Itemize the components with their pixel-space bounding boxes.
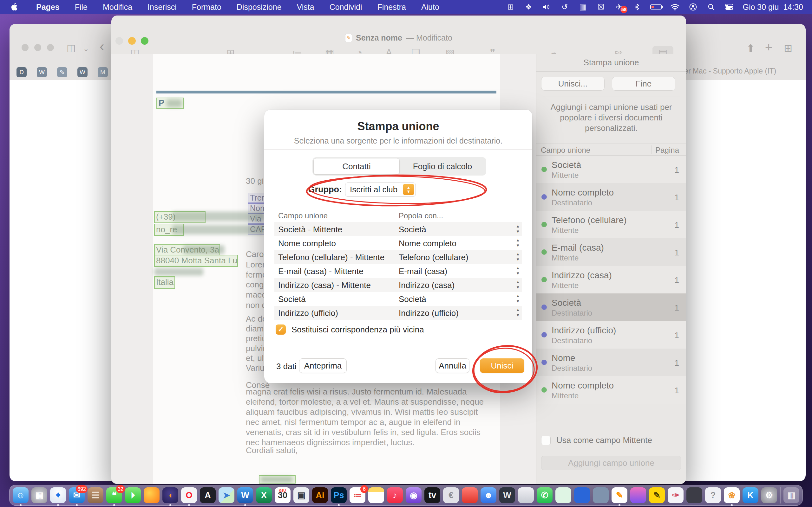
signature-field[interactable] — [259, 475, 296, 484]
divider[interactable] — [780, 487, 780, 504]
bluetooth-icon[interactable] — [632, 2, 642, 12]
populate-with-cell[interactable]: Società — [399, 294, 426, 304]
merge-field-row[interactable]: Indirizzo (casa) Mittente 1 — [537, 266, 686, 293]
merge-field-row[interactable]: Società Mittente 1 — [537, 156, 686, 183]
settings[interactable]: ⚙ — [761, 487, 777, 503]
populate-with-cell[interactable]: Telefono (cellulare) — [399, 252, 468, 262]
app-steel[interactable] — [593, 487, 609, 503]
screenshot[interactable]: ▣ — [293, 487, 309, 503]
whatsapp[interactable]: ✆ — [537, 487, 553, 503]
sender-city-field[interactable]: 88040 Motta Santa Lucia — [154, 255, 238, 267]
app-silver[interactable] — [518, 487, 534, 503]
favorite-site-icon[interactable]: W — [78, 67, 88, 77]
app-mint[interactable] — [555, 487, 571, 503]
row-stepper-icon[interactable]: ▲▼ — [516, 251, 520, 262]
close-button[interactable] — [21, 44, 29, 51]
inserisci[interactable]: Inserisci — [140, 3, 184, 12]
help[interactable]: ? — [705, 487, 721, 503]
minimize-button[interactable] — [34, 44, 41, 51]
aiuto[interactable]: Aiuto — [414, 3, 447, 12]
mapping-row[interactable]: Indirizzo (ufficio) Indirizzo (ufficio) … — [274, 306, 522, 320]
merge-button[interactable]: Unisci — [480, 358, 524, 373]
acrobat[interactable]: A — [200, 487, 216, 503]
sender-name-field[interactable]: P — [156, 98, 184, 109]
populate-with-cell[interactable]: Indirizzo (casa) — [399, 280, 455, 290]
preview-button[interactable]: Anteprima — [299, 358, 347, 373]
podcasts[interactable]: ◉ — [406, 487, 421, 503]
facetime[interactable]: ⏵ — [125, 487, 141, 503]
telegram-icon[interactable]: ✈ 58 — [614, 2, 623, 12]
file[interactable]: File — [67, 3, 95, 12]
keynote[interactable]: K — [743, 487, 758, 503]
panel-done-button[interactable]: Fine — [612, 77, 675, 91]
panel-merge-button[interactable]: Unisci... — [541, 77, 605, 91]
app-gradient-pink[interactable] — [630, 487, 646, 503]
app-window-icon[interactable]: ⊞ — [506, 2, 515, 12]
safari[interactable]: ✦ — [50, 487, 66, 503]
excel[interactable]: X — [256, 487, 272, 503]
populate-with-cell[interactable]: E-mail (casa) — [399, 267, 447, 276]
contatti[interactable]: Contatti — [313, 158, 400, 175]
favorite-site-icon[interactable]: D — [16, 67, 27, 77]
photoshop[interactable]: Ps — [331, 487, 347, 503]
mapping-row[interactable]: Indirizzo (casa) - Mittente Indirizzo (c… — [274, 278, 522, 292]
merge-field-row[interactable]: Nome Destinatario 1 — [537, 349, 686, 376]
populate-with-cell[interactable]: Società — [399, 225, 426, 234]
volume-icon[interactable] — [542, 2, 551, 12]
app-blue[interactable] — [574, 487, 590, 503]
opera[interactable]: O — [181, 487, 197, 503]
merge-field-row[interactable]: Indirizzo (ufficio) Destinatario 1 — [537, 321, 686, 349]
photos[interactable]: ❀ — [724, 487, 740, 503]
messages[interactable]: ❝ 32 — [106, 487, 122, 503]
mapping-row[interactable]: Società Società ▲▼ — [274, 292, 522, 306]
apple-menu-icon[interactable] — [11, 3, 20, 11]
favorite-site-icon[interactable]: ✎ — [57, 67, 67, 77]
finestra[interactable]: Finestra — [370, 3, 414, 12]
pages[interactable]: Pages — [29, 3, 67, 12]
tab-overview-icon[interactable]: ⊞ — [784, 42, 792, 54]
row-stepper-icon[interactable]: ▲▼ — [516, 265, 520, 276]
app-euro[interactable]: € — [443, 487, 459, 503]
finder[interactable]: ☺ — [13, 487, 29, 503]
foglio-di-calcolo[interactable]: Foglio di calcolo — [400, 158, 485, 175]
chevron-down-icon[interactable]: ⌄ — [83, 45, 89, 53]
merge-field-row[interactable]: Nome completo Mittente 1 — [537, 376, 686, 404]
mapping-row[interactable]: Telefono (cellulare) - Mittente Telefono… — [274, 250, 522, 264]
vista[interactable]: Vista — [289, 3, 322, 12]
control-center-icon[interactable] — [724, 2, 734, 12]
menu-clock[interactable]: Gio 30 giu 14:30 — [743, 3, 803, 12]
closest-match-checkbox[interactable]: ✓ — [275, 325, 286, 335]
app-blue-person[interactable]: ☻ — [480, 487, 496, 503]
share-icon[interactable]: ⬆ — [746, 42, 755, 54]
firefox-orange[interactable] — [144, 487, 159, 503]
condividi[interactable]: Condividi — [322, 3, 370, 12]
row-stepper-icon[interactable]: ▲▼ — [516, 307, 520, 318]
contacts[interactable]: ☰ — [88, 487, 103, 503]
mapping-row[interactable]: Nome completo Nome completo ▲▼ — [274, 236, 522, 250]
user-account-icon[interactable] — [688, 2, 698, 12]
populate-with-cell[interactable]: Nome completo — [399, 239, 456, 248]
mapping-row[interactable]: E-mail (casa) - Mittente E-mail (casa) ▲… — [274, 264, 522, 278]
app-brush[interactable]: ✑ — [668, 487, 683, 503]
formato[interactable]: Formato — [184, 3, 229, 12]
populate-with-cell[interactable]: Indirizzo (ufficio) — [399, 308, 459, 318]
favorite-site-icon[interactable]: M — [98, 67, 108, 77]
wifi-icon[interactable] — [670, 2, 680, 12]
merge-field-row[interactable]: Telefono (cellulare) Mittente 1 — [537, 211, 686, 238]
pencil[interactable]: ✎ — [649, 487, 665, 503]
battery-icon[interactable] — [650, 2, 662, 12]
dropbox-icon[interactable]: ❖ — [524, 2, 533, 12]
launchpad[interactable]: ▦ — [32, 487, 47, 503]
merge-field-row[interactable]: Nome completo Destinatario 1 — [537, 183, 686, 211]
maps[interactable]: ➤ — [218, 487, 235, 503]
illustrator[interactable]: Ai — [312, 487, 328, 503]
row-stepper-icon[interactable]: ▲▼ — [516, 237, 520, 248]
sender-country-field[interactable]: Italia — [154, 276, 175, 289]
merge-field-row[interactable]: E-mail (casa) Mittente 1 — [537, 238, 686, 266]
notes[interactable] — [368, 487, 384, 503]
word[interactable]: W — [237, 487, 253, 503]
reminders[interactable]: ≔ 6 — [350, 487, 365, 503]
sidecar-icon[interactable]: ▥ — [578, 2, 588, 12]
row-stepper-icon[interactable]: ▲▼ — [516, 279, 520, 290]
spreadsheet-icon[interactable]: ☒ — [596, 2, 606, 12]
